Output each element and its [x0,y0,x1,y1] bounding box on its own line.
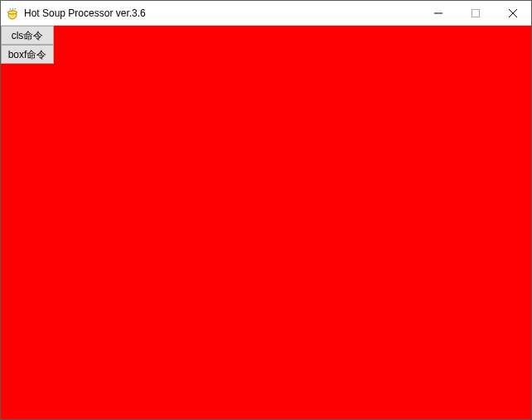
titlebar: Hot Soup Processor ver.3.6 [1,1,531,26]
close-button[interactable] [494,1,531,25]
svg-point-1 [8,11,17,14]
svg-rect-3 [472,9,479,17]
canvas-background [1,26,531,419]
app-icon [6,7,19,20]
boxf-command-button[interactable]: boxf命令 [1,45,54,64]
maximize-button[interactable] [457,1,494,25]
app-window: Hot Soup Processor ver.3.6 cls命令 boxf命令 [0,0,532,420]
minimize-button[interactable] [419,1,457,25]
window-title: Hot Soup Processor ver.3.6 [24,7,146,19]
client-area: cls命令 boxf命令 [1,26,531,419]
cls-command-button[interactable]: cls命令 [1,26,54,45]
